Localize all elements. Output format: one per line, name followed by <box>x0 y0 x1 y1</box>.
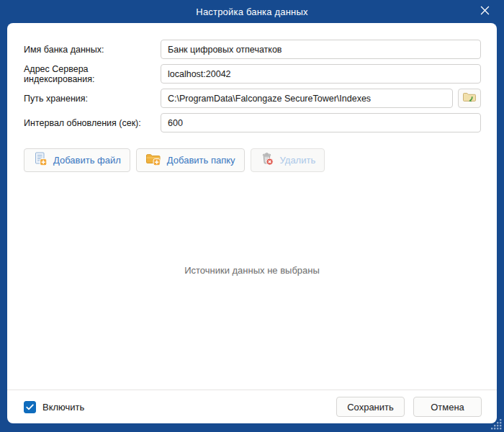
data-sources-list: Источники данных не выбраны <box>7 172 497 390</box>
add-file-label: Добавить файл <box>53 155 121 166</box>
storage-path-row: Путь хранения: <box>24 89 481 108</box>
settings-form: Имя банка данных: Адрес Сервера индексир… <box>7 23 497 138</box>
name-field-row: Имя банка данных: <box>24 40 481 59</box>
trash-cross-icon <box>260 152 274 168</box>
close-button[interactable] <box>474 2 495 21</box>
resize-grip[interactable] <box>491 419 502 430</box>
titlebar[interactable]: Настройка банка данных <box>0 0 504 23</box>
browse-folder-button[interactable] <box>458 89 481 108</box>
cancel-button[interactable]: Отмена <box>413 397 482 417</box>
dialog-window: Настройка банка данных Имя банка данных:… <box>0 0 504 432</box>
sources-toolbar: Добавить файл Добавить папку <box>7 138 497 172</box>
name-input[interactable] <box>161 40 481 59</box>
enable-checkbox-label: Включить <box>42 402 84 413</box>
storage-path-input[interactable] <box>161 89 453 108</box>
update-interval-row: Интервал обновления (сек): <box>24 113 481 132</box>
close-icon <box>480 5 490 18</box>
update-interval-input[interactable] <box>161 113 481 132</box>
name-field-label: Имя банка данных: <box>24 45 161 55</box>
add-folder-button[interactable]: Добавить папку <box>136 148 245 172</box>
document-plus-icon <box>33 152 48 168</box>
server-address-label: Адрес Сервера индексирования: <box>24 64 161 84</box>
dialog-body: Имя банка данных: Адрес Сервера индексир… <box>7 23 497 423</box>
checkbox-checked-icon <box>24 401 36 413</box>
save-button[interactable]: Сохранить <box>336 397 405 417</box>
footer-bar: Включить Сохранить Отмена <box>7 390 497 423</box>
empty-list-message: Источники данных не выбраны <box>184 265 320 276</box>
add-file-button[interactable]: Добавить файл <box>24 148 130 172</box>
storage-path-label: Путь хранения: <box>24 94 161 104</box>
folder-open-arrow-icon <box>462 91 477 106</box>
delete-button[interactable]: Удалить <box>251 148 325 172</box>
server-address-row: Адрес Сервера индексирования: <box>24 64 481 84</box>
server-address-input[interactable] <box>161 64 481 84</box>
delete-label: Удалить <box>280 155 316 166</box>
add-folder-label: Добавить папку <box>167 155 235 166</box>
update-interval-label: Интервал обновления (сек): <box>24 118 161 128</box>
dialog-title: Настройка банка данных <box>196 6 307 17</box>
enable-checkbox[interactable]: Включить <box>24 401 84 413</box>
folder-plus-icon <box>145 152 161 168</box>
